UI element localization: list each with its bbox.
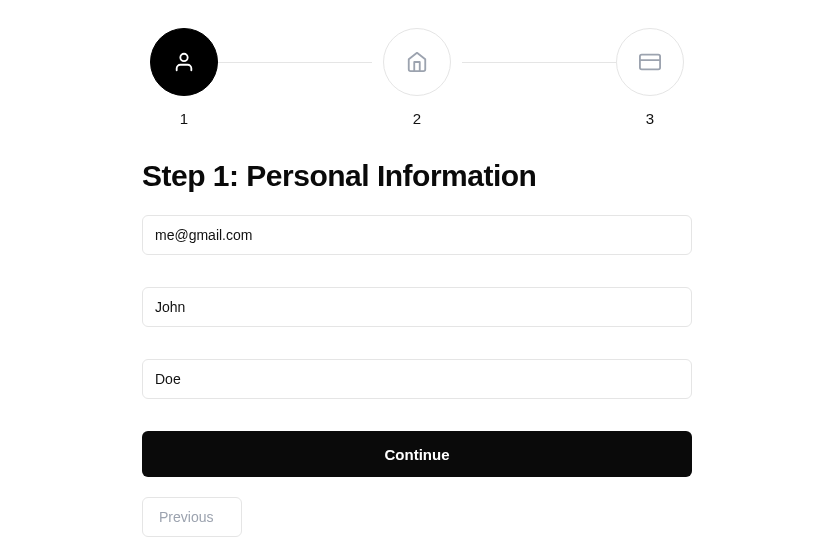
page-title: Step 1: Personal Information: [142, 159, 692, 193]
credit-card-icon: [639, 51, 661, 73]
previous-button[interactable]: Previous: [142, 497, 242, 537]
user-icon: [173, 51, 195, 73]
stepper-connector: [462, 62, 616, 63]
email-field-wrap: [142, 215, 692, 255]
firstname-field-wrap: [142, 287, 692, 327]
step-1[interactable]: 1: [150, 28, 218, 127]
firstname-input[interactable]: [142, 287, 692, 327]
home-icon: [406, 51, 428, 73]
svg-point-0: [180, 54, 187, 61]
step-1-circle: [150, 28, 218, 96]
stepper: 1 2 3: [142, 28, 692, 127]
step-2-circle: [383, 28, 451, 96]
form-container: 1 2 3: [142, 0, 692, 537]
step-3[interactable]: 3: [616, 28, 684, 127]
step-1-label: 1: [180, 110, 188, 127]
step-2[interactable]: 2: [383, 28, 451, 127]
continue-button[interactable]: Continue: [142, 431, 692, 477]
step-3-circle: [616, 28, 684, 96]
step-2-label: 2: [413, 110, 421, 127]
email-input[interactable]: [142, 215, 692, 255]
step-3-label: 3: [646, 110, 654, 127]
lastname-field-wrap: [142, 359, 692, 399]
previous-button-wrap: Previous: [142, 497, 692, 537]
lastname-input[interactable]: [142, 359, 692, 399]
svg-rect-1: [640, 55, 660, 70]
stepper-connector: [218, 62, 372, 63]
